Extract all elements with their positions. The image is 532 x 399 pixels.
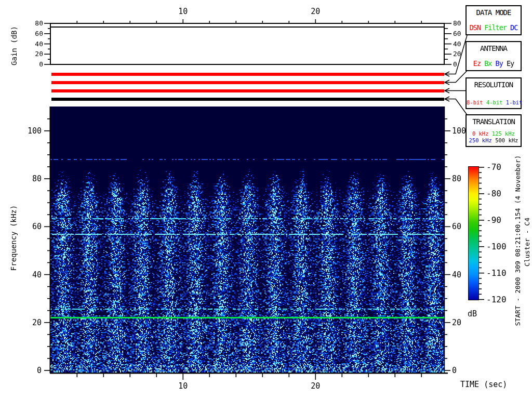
panel-value-ey: Ey: [503, 59, 514, 68]
arrowhead-icon: [445, 72, 449, 76]
colorbar-tick-label: -80: [486, 189, 501, 198]
gain-tick-label: 0: [39, 60, 43, 68]
panel-title: RESOLUTION: [467, 81, 521, 89]
freq-tick-label: 40: [32, 270, 42, 280]
colorbar-tick-label: -70: [486, 162, 501, 172]
panel-connector-line: [445, 71, 467, 83]
gain-axis-label: Gain (dB): [10, 26, 18, 65]
time-axis-label: TIME (sec): [460, 380, 507, 389]
gain-tick-label: 80: [35, 19, 43, 27]
panel-value-dsn: DSN: [470, 23, 481, 32]
panel-resolution: RESOLUTION8-bit 4-bit 1-bit: [466, 77, 522, 109]
colorbar-tick-label: -120: [486, 295, 507, 304]
freq-tick-label: 80: [32, 174, 42, 183]
gain-tick-label: 60: [35, 30, 43, 37]
panel-value-1-bit: 1-bit: [503, 99, 523, 105]
freq-tick-label: 0: [37, 366, 42, 375]
start-time-annotation: START - 2000 309 08:21:00.154 (4 Novembe…: [514, 155, 522, 326]
panel-values: 8-bit 4-bit 1-bit: [467, 99, 521, 105]
colorbar-tick-label: -90: [486, 215, 501, 225]
freq-tick-label: 40: [452, 270, 461, 280]
panel-value-250-khz: 250 kHz: [469, 137, 492, 143]
freq-tick-label: 20: [32, 318, 42, 327]
freq-tick-label: 20: [452, 318, 461, 327]
colorbar-tick-label: -100: [486, 242, 507, 251]
panel-title: DATA MODE: [467, 8, 521, 17]
status-bar-1: [51, 81, 444, 84]
freq-tick-label: 60: [452, 222, 461, 231]
bottom-tick-label: 10: [178, 381, 188, 391]
freq-tick-label: 100: [28, 126, 42, 136]
status-bar-3: [51, 98, 444, 101]
colorbar-unit-label: dB: [468, 309, 477, 318]
freq-tick-label: 100: [452, 126, 466, 136]
status-bar-0: [51, 73, 444, 76]
panel-value-4-bit: 4-bit: [483, 99, 503, 105]
panel-value-8-bit: 8-bit: [467, 99, 483, 105]
panel-value-125-khz: 125 kHz: [489, 130, 515, 137]
gain-tick-label: 40: [35, 40, 43, 48]
frequency-axis-label: Frequency (kHz): [9, 205, 18, 271]
colorbar: [468, 166, 479, 300]
panel-title: TRANSLATION: [467, 117, 521, 126]
gain-tick-label: 20: [453, 50, 461, 58]
gain-plot-frame: [50, 23, 444, 64]
gain-tick-label: 80: [453, 19, 461, 27]
panel-antenna: ANTENNAEz Bx By Ey: [466, 41, 522, 71]
freq-tick-label: 60: [32, 222, 42, 231]
bottom-tick-label: 20: [311, 381, 320, 391]
panel-translation: TRANSLATION0 kHz 125 kHz250 kHz 500 kHz: [466, 114, 522, 147]
arrowhead-icon: [445, 88, 449, 93]
panel-connector-line: [445, 35, 467, 74]
panel-value-bx: Bx: [481, 59, 491, 68]
panel-data-mode: DATA MODEDSN Filter DC: [466, 5, 522, 35]
panel-value-500-khz: 500 kHz: [492, 137, 518, 143]
arrowhead-icon: [445, 97, 449, 101]
arrowhead-icon: [445, 80, 449, 85]
panel-title: ANTENNA: [467, 44, 521, 52]
gain-tick-label: 60: [453, 30, 461, 37]
panel-value-dc: DC: [507, 23, 517, 32]
freq-tick-label: 80: [452, 174, 461, 183]
panel-value-filter: Filter: [481, 23, 507, 32]
colorbar-tick-label: -110: [486, 268, 507, 278]
status-bar-2: [51, 89, 444, 92]
spacecraft-annotation: Cluster - C4: [523, 218, 531, 267]
top-tick-label: 20: [311, 7, 320, 16]
panel-values: DSN Filter DC: [467, 23, 521, 32]
spectrogram-heatmap: [50, 107, 444, 373]
panel-row: 250 kHz 500 kHz: [467, 137, 521, 144]
gain-tick-label: 0: [453, 60, 457, 68]
panel-value-0-khz: 0 kHz: [472, 130, 489, 137]
freq-tick-label: 0: [452, 366, 457, 375]
panel-values: Ez Bx By Ey: [467, 59, 521, 68]
gain-tick-label: 40: [453, 40, 461, 48]
top-tick-label: 10: [178, 7, 188, 16]
gain-tick-label: 20: [35, 50, 43, 58]
panel-row: 0 kHz 125 kHz: [467, 130, 521, 137]
panel-connector-line: [445, 99, 467, 115]
panel-value-by: By: [491, 59, 502, 68]
panel-value-ez: Ez: [473, 59, 481, 68]
wbd-spectrogram-display: 0020204040606080801020102000202040406060…: [0, 0, 532, 399]
panel-rows: 0 kHz 125 kHz250 kHz 500 kHz: [467, 130, 521, 144]
